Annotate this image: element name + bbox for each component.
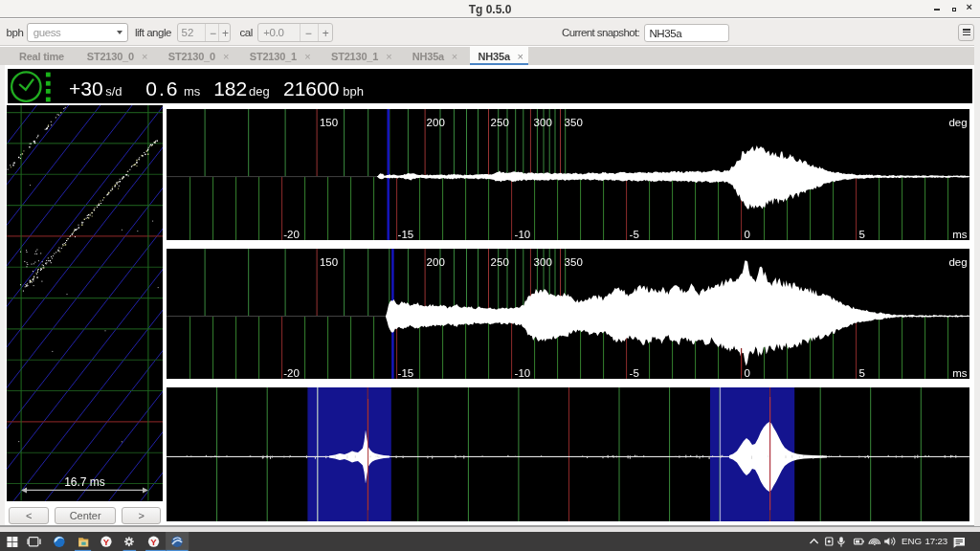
svg-text:350: 350 [565, 117, 583, 128]
svg-text:Y: Y [103, 536, 110, 546]
svg-text:-15: -15 [398, 367, 414, 379]
svg-text:17:23: 17:23 [925, 536, 948, 546]
svg-text:ms: ms [953, 367, 969, 379]
svg-text:16.7 ms: 16.7 ms [65, 475, 106, 489]
svg-text:250: 250 [491, 256, 509, 268]
svg-text:-15: -15 [398, 229, 414, 240]
svg-text:200: 200 [427, 117, 445, 128]
svg-text:-20: -20 [284, 229, 301, 240]
svg-text:Y: Y [150, 536, 157, 546]
svg-text:-20: -20 [284, 367, 301, 379]
svg-text:200: 200 [427, 256, 445, 268]
svg-text:ENG: ENG [902, 536, 922, 546]
svg-text:300: 300 [534, 117, 552, 128]
svg-text:-5: -5 [630, 367, 639, 379]
svg-text:150: 150 [320, 256, 338, 268]
svg-text:250: 250 [491, 117, 509, 128]
svg-text:-5: -5 [630, 229, 639, 240]
svg-text:150: 150 [320, 117, 338, 128]
svg-text:0: 0 [745, 367, 750, 379]
svg-text:ms: ms [953, 229, 969, 240]
svg-text:deg: deg [949, 256, 968, 268]
svg-text:350: 350 [565, 256, 583, 268]
svg-text:-10: -10 [515, 229, 531, 240]
svg-text:5: 5 [859, 367, 865, 379]
svg-text:-10: -10 [515, 367, 531, 379]
svg-text:5: 5 [859, 229, 865, 240]
svg-text:300: 300 [534, 256, 552, 268]
svg-text:0: 0 [745, 229, 750, 240]
svg-text:deg: deg [949, 117, 968, 128]
